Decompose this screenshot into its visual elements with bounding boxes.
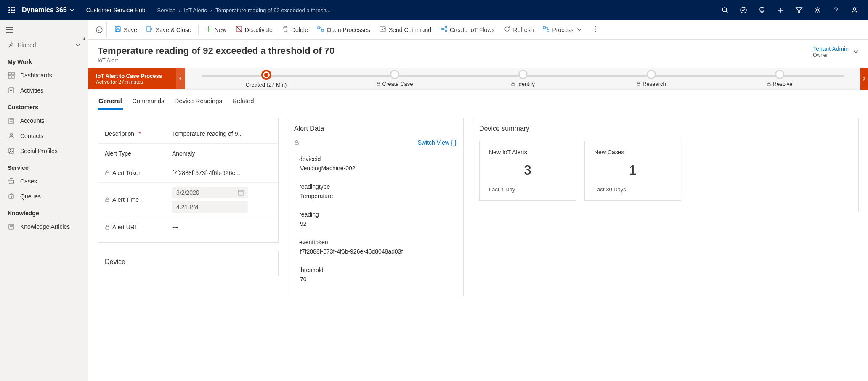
left-sidebar: ▴ Pinned My WorkDashboardsActivitiesCust…	[0, 20, 88, 381]
send-command-button[interactable]: Send Command	[375, 23, 435, 36]
sidebar-item-contacts[interactable]: Contacts	[0, 128, 88, 143]
sidebar-group-title: Service	[0, 159, 88, 174]
sidebar-item-accounts[interactable]: Accounts	[0, 113, 88, 128]
filter-icon[interactable]	[791, 0, 807, 20]
help-icon[interactable]	[828, 0, 844, 20]
field-alert-type[interactable]: Alert Type Anomaly	[98, 143, 278, 163]
create-iot-flows-button[interactable]: Create IoT Flows	[436, 23, 499, 36]
brand-title[interactable]: Dynamics 365	[22, 6, 74, 14]
svg-point-54	[595, 31, 596, 32]
field-description[interactable]: Description* Temperature reading of 9...	[98, 124, 278, 143]
new-button[interactable]: New	[201, 23, 231, 36]
breadcrumb-item: Temperature reading of 92 exceeded a thr…	[215, 7, 331, 13]
alert-data-item: eventtokenf7f2888f-673f-4f6b-926e-46d804…	[287, 235, 463, 262]
cmd-label: Refresh	[513, 26, 534, 33]
svg-rect-56	[512, 83, 515, 86]
breadcrumb-item[interactable]: Service	[157, 7, 175, 13]
tab-related[interactable]: Related	[231, 95, 255, 110]
pinned-label: Pinned	[18, 42, 36, 48]
gear-icon[interactable]	[809, 0, 826, 20]
record-title: Temperature reading of 92 exceeded a thr…	[98, 45, 334, 56]
process-ribbon: IoT Alert to Case Process Active for 27 …	[88, 68, 868, 90]
hub-name[interactable]: Customer Service Hub	[86, 7, 146, 13]
chevron-down-icon	[853, 49, 859, 55]
sidebar-item-activities[interactable]: Activities	[0, 83, 88, 98]
save-close-button[interactable]: Save & Close	[142, 23, 196, 36]
svg-rect-44	[318, 27, 320, 29]
svg-point-35	[96, 27, 102, 33]
switch-view-link[interactable]: Switch View { }	[418, 139, 457, 146]
summary-card[interactable]: New Cases1Last 30 Days	[584, 141, 681, 201]
save-icon	[114, 26, 121, 34]
more-commands[interactable]	[590, 23, 600, 36]
alert-data-key: deviceid	[299, 156, 451, 162]
sidebar-item-dashboards[interactable]: Dashboards	[0, 68, 88, 83]
date-value: 3/2/2020	[172, 187, 248, 198]
svg-point-4	[11, 10, 13, 11]
process-stage[interactable]: Identify	[459, 70, 587, 88]
svg-rect-57	[637, 83, 640, 86]
section-title: Device	[98, 257, 278, 270]
card-value: 3	[489, 162, 566, 178]
process-stage[interactable]: Resolve	[715, 70, 844, 88]
process-stage[interactable]: Create Case	[330, 70, 459, 88]
user-icon[interactable]	[846, 0, 863, 20]
sidebar-item-label: Dashboards	[20, 72, 52, 79]
svg-point-8	[14, 12, 15, 13]
deactivate-button[interactable]: Deactivate	[231, 23, 277, 36]
brand-text: Dynamics 365	[22, 6, 67, 14]
open-processes-button[interactable]: Open Processes	[313, 23, 374, 36]
delete-button[interactable]: Delete	[278, 23, 312, 36]
sidebar-item-label: Social Profiles	[20, 148, 58, 154]
owner-field[interactable]: Tenant Admin Owner	[813, 45, 859, 58]
task-icon[interactable]	[735, 0, 752, 20]
process-name-block[interactable]: IoT Alert to Case Process Active for 27 …	[88, 68, 185, 89]
app-launcher-icon[interactable]	[5, 3, 19, 17]
svg-rect-61	[238, 190, 243, 195]
plus-icon[interactable]	[772, 0, 789, 20]
svg-rect-63	[106, 227, 109, 229]
alert-data-key: threshold	[299, 267, 451, 273]
sidebar-item-cases[interactable]: Cases	[0, 174, 88, 189]
process-next-icon[interactable]	[860, 68, 868, 90]
tab-device-readings[interactable]: Device Readings	[174, 95, 223, 110]
lock-icon	[767, 82, 771, 86]
search-icon[interactable]	[717, 0, 733, 20]
sidebar-item-label: Queues	[20, 193, 41, 200]
sidebar-item-knowledge-articles[interactable]: Knowledge Articles	[0, 219, 88, 234]
sidebar-item-label: Contacts	[20, 132, 43, 139]
svg-point-48	[445, 26, 447, 28]
breadcrumb-item[interactable]: IoT Alerts	[184, 7, 207, 13]
tab-general[interactable]: General	[98, 95, 123, 110]
hamburger-icon[interactable]	[0, 24, 88, 37]
time-value: 4:21 PM	[172, 201, 248, 213]
save-close-icon	[146, 26, 153, 34]
svg-point-3	[9, 10, 10, 11]
summary-card[interactable]: New IoT Alerts3Last 1 Day	[479, 141, 576, 201]
card-subtitle: Last 1 Day	[489, 186, 566, 193]
svg-point-5	[14, 10, 15, 11]
deactivate-icon	[236, 26, 242, 34]
sidebar-item-social-profiles[interactable]: Social Profiles	[0, 143, 88, 159]
pinned-section[interactable]: ▴ Pinned	[0, 37, 88, 53]
form-tabs: General Commands Device Readings Related	[88, 90, 868, 110]
svg-rect-45	[321, 29, 324, 31]
refresh-button[interactable]: Refresh	[499, 23, 538, 36]
collapse-caret-icon[interactable]: ▴	[83, 36, 85, 40]
sidebar-item-queues[interactable]: Queues	[0, 189, 88, 204]
stage-label: Identify	[511, 81, 535, 87]
svg-rect-60	[106, 199, 109, 202]
chevron-down-icon	[576, 26, 583, 33]
process-button[interactable]: Process	[539, 23, 587, 36]
process-stage[interactable]: Research	[587, 70, 715, 88]
lightbulb-icon[interactable]	[754, 0, 770, 20]
process-stage[interactable]: Created (27 Min)	[202, 70, 330, 88]
tab-commands[interactable]: Commands	[131, 95, 165, 110]
save-button[interactable]: Save	[110, 23, 141, 36]
svg-rect-39	[147, 26, 151, 32]
cmd-label: Send Command	[389, 26, 431, 33]
dashboard-icon	[8, 71, 15, 79]
history-icon[interactable]	[92, 22, 107, 37]
process-collapse-icon[interactable]	[176, 68, 185, 89]
owner-label: Owner	[813, 52, 849, 58]
